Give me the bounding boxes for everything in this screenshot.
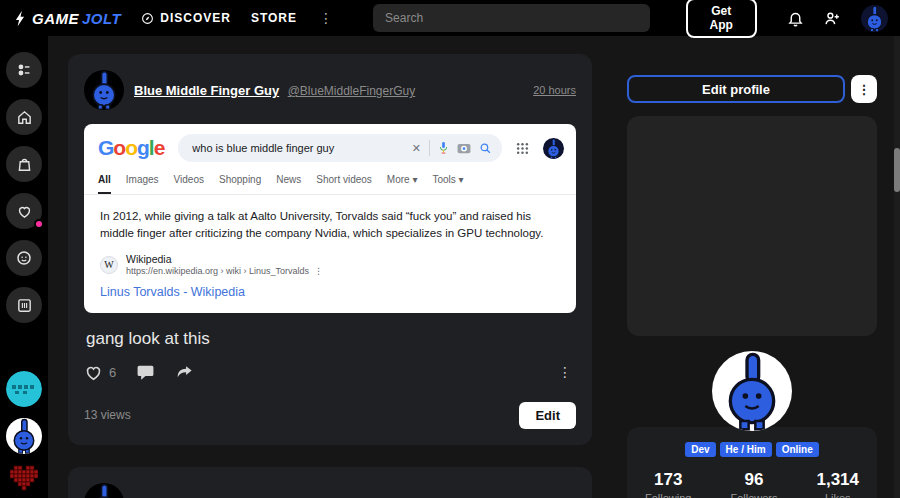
post-card-2: Blue Middle Finger Guy @BlueMiddleFinger… bbox=[68, 467, 592, 498]
navbar-right bbox=[787, 5, 888, 32]
google-tab-tools[interactable]: Tools ▾ bbox=[432, 174, 463, 194]
search-icon[interactable] bbox=[479, 142, 492, 155]
kebab-icon: ⋮ bbox=[319, 10, 333, 26]
sidebar-item-feed[interactable] bbox=[6, 52, 42, 88]
forums-icon bbox=[15, 249, 33, 267]
clear-query-icon[interactable]: ✕ bbox=[412, 142, 421, 155]
profile-stats: 173 Following 96 Followers 1,314 Likes bbox=[637, 470, 867, 498]
sidebar-item-forums[interactable] bbox=[6, 240, 42, 276]
post-options-kebab[interactable]: ⋮ bbox=[554, 364, 576, 380]
shopping-bag-icon bbox=[16, 156, 33, 173]
profile-sidebar: Edit profile ⋮ Dev He / Him Online 173 F… bbox=[627, 75, 877, 498]
get-app-button[interactable]: Get App bbox=[686, 0, 757, 38]
result-snippet: In 2012, while giving a talk at Aalto Un… bbox=[100, 208, 545, 241]
post-author-name[interactable]: Blue Middle Finger Guy bbox=[134, 83, 279, 98]
post-author-avatar[interactable] bbox=[84, 483, 124, 498]
bolt-icon bbox=[12, 10, 29, 27]
post-actions: 6 ⋮ bbox=[84, 363, 576, 382]
compass-icon bbox=[141, 12, 154, 25]
profile-options-kebab[interactable]: ⋮ bbox=[851, 75, 877, 103]
like-count: 6 bbox=[109, 365, 116, 380]
profile-badges: Dev He / Him Online bbox=[637, 442, 867, 457]
post-author-avatar[interactable] bbox=[84, 70, 124, 110]
google-tab-all[interactable]: All bbox=[98, 174, 111, 194]
google-tab-shopping[interactable]: Shopping bbox=[219, 174, 261, 194]
left-sidebar bbox=[0, 36, 48, 498]
google-tabs: All Images Videos Shopping News Short vi… bbox=[84, 162, 576, 195]
divider bbox=[429, 140, 430, 156]
apps-grid-icon[interactable] bbox=[516, 142, 529, 155]
post-timestamp[interactable]: 20 hours bbox=[533, 84, 576, 96]
google-tab-videos[interactable]: Videos bbox=[174, 174, 204, 194]
google-tab-images[interactable]: Images bbox=[126, 174, 159, 194]
stat-value: 173 bbox=[645, 470, 691, 490]
community-avatar[interactable] bbox=[6, 371, 42, 407]
stat-label: Following bbox=[645, 492, 691, 498]
google-screenshot-embed[interactable]: Google who is blue middle finger guy ✕ bbox=[84, 124, 576, 313]
heart-icon bbox=[16, 203, 33, 220]
post-card-1: Blue Middle Finger Guy @BlueMiddleFinger… bbox=[68, 54, 592, 445]
profile-avatar[interactable] bbox=[712, 351, 792, 431]
stat-likes[interactable]: 1,314 Likes bbox=[816, 470, 859, 498]
edit-post-button[interactable]: Edit bbox=[519, 402, 576, 429]
stat-label: Likes bbox=[816, 492, 859, 498]
mic-icon[interactable] bbox=[438, 141, 449, 155]
search-input[interactable] bbox=[373, 11, 649, 25]
google-tab-more[interactable]: More ▾ bbox=[387, 174, 418, 194]
sidebar-item-likes[interactable] bbox=[6, 193, 42, 229]
stat-following[interactable]: 173 Following bbox=[645, 470, 691, 498]
badge-online[interactable]: Online bbox=[776, 442, 819, 457]
edit-profile-button[interactable]: Edit profile bbox=[627, 75, 845, 103]
source-site-name: Wikipedia bbox=[126, 253, 323, 266]
sidebar-item-store[interactable] bbox=[6, 146, 42, 182]
google-logo[interactable]: Google bbox=[98, 136, 164, 160]
post-author-handle[interactable]: @BlueMiddleFingerGuy bbox=[288, 84, 416, 98]
sidebar-user-avatar[interactable] bbox=[6, 418, 42, 454]
pixel-heart-avatar[interactable] bbox=[10, 465, 38, 491]
notifications-bell-icon[interactable] bbox=[787, 10, 804, 27]
post-header: Blue Middle Finger Guy @BlueMiddleFinger… bbox=[84, 70, 576, 110]
google-query-text[interactable]: who is blue middle finger guy bbox=[192, 142, 403, 154]
nav-overflow-menu[interactable]: ⋮ bbox=[317, 10, 335, 26]
comment-button[interactable] bbox=[136, 363, 155, 382]
home-icon bbox=[16, 109, 33, 126]
google-account-avatar[interactable] bbox=[543, 138, 564, 159]
friends-icon[interactable] bbox=[824, 10, 841, 27]
stat-label: Followers bbox=[730, 492, 777, 498]
stat-followers[interactable]: 96 Followers bbox=[730, 470, 777, 498]
stat-value: 1,314 bbox=[816, 470, 859, 490]
badge-dev[interactable]: Dev bbox=[685, 442, 715, 457]
google-search-box[interactable]: who is blue middle finger guy ✕ bbox=[178, 134, 502, 162]
nav-store-label: STORE bbox=[251, 11, 297, 25]
gamejolt-logo[interactable]: GAME JOLT bbox=[12, 10, 121, 27]
user-avatar[interactable] bbox=[861, 5, 888, 32]
post-header: Blue Middle Finger Guy @BlueMiddleFinger… bbox=[84, 483, 576, 498]
badge-pronouns[interactable]: He / Him bbox=[720, 442, 772, 457]
google-tab-short-videos[interactable]: Short videos bbox=[316, 174, 372, 194]
post-meta: 13 views Edit bbox=[84, 402, 576, 429]
profile-cover bbox=[627, 116, 877, 336]
top-navbar: GAME JOLT DISCOVER STORE ⋮ Get App bbox=[0, 0, 900, 36]
stat-value: 96 bbox=[730, 470, 777, 490]
nav-store[interactable]: STORE bbox=[251, 11, 297, 25]
google-tab-news[interactable]: News bbox=[276, 174, 301, 194]
feed: Blue Middle Finger Guy @BlueMiddleFinger… bbox=[68, 54, 592, 498]
scrollbar-track[interactable] bbox=[894, 36, 900, 498]
result-kebab-icon[interactable]: ⋮ bbox=[314, 266, 323, 276]
feed-icon bbox=[16, 62, 33, 79]
result-title-link[interactable]: Linus Torvalds - Wikipedia bbox=[100, 285, 245, 299]
sidebar-item-library[interactable] bbox=[6, 287, 42, 323]
like-button[interactable]: 6 bbox=[84, 363, 116, 382]
wikipedia-favicon: W bbox=[100, 256, 118, 274]
source-url: https://en.wikipedia.org › wiki › Linus_… bbox=[126, 266, 309, 276]
sidebar-item-home[interactable] bbox=[6, 99, 42, 135]
scrollbar-thumb[interactable] bbox=[894, 148, 900, 192]
lens-camera-icon[interactable] bbox=[457, 142, 471, 154]
profile-actions: Edit profile ⋮ bbox=[627, 75, 877, 103]
share-button[interactable] bbox=[175, 363, 194, 382]
result-source[interactable]: W Wikipedia https://en.wikipedia.org › w… bbox=[100, 253, 560, 276]
post-text: gang look at this bbox=[86, 329, 576, 349]
nav-discover[interactable]: DISCOVER bbox=[141, 11, 231, 25]
notification-dot bbox=[34, 219, 44, 229]
kebab-icon: ⋮ bbox=[858, 82, 871, 97]
